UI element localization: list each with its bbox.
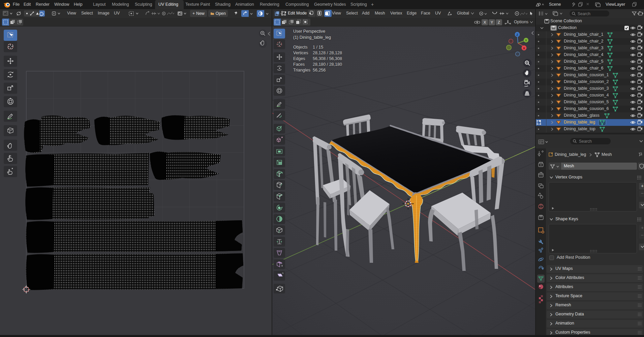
svg-text:Y: Y	[525, 38, 527, 42]
svg-text:Z: Z	[516, 33, 518, 36]
svg-text:X: X	[523, 46, 525, 50]
